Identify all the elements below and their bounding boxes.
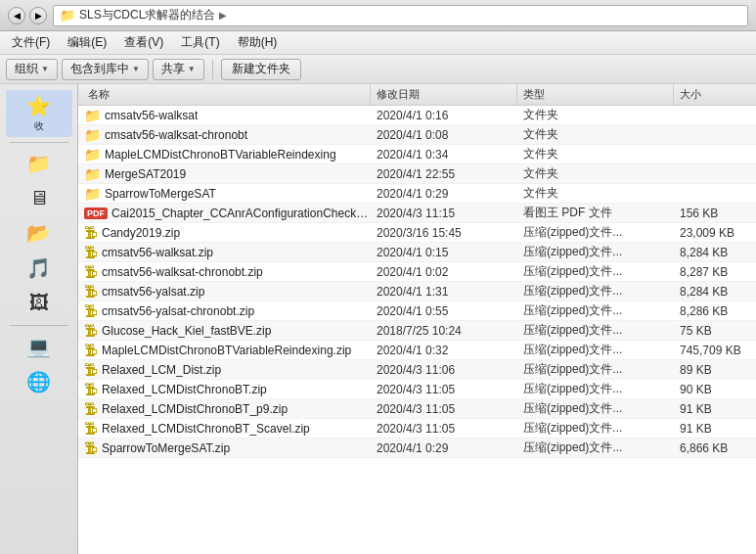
new-folder-button[interactable]: 新建文件夹: [221, 59, 301, 80]
file-date: 2020/4/1 0:02: [371, 265, 517, 279]
include-arrow: ▼: [132, 65, 140, 73]
include-library-button[interactable]: 包含到库中 ▼: [62, 59, 149, 80]
table-row[interactable]: 📁 MergeSAT2019 2020/4/1 22:55 文件夹: [78, 164, 756, 184]
file-name-cell: PDF Cai2015_Chapter_CCAnrAConfigurationC…: [82, 207, 371, 220]
file-name: Glucose_Hack_Kiel_fastBVE.zip: [102, 324, 271, 338]
table-row[interactable]: 📁 cmsatv56-walksat-chronobt 2020/4/1 0:0…: [78, 125, 756, 145]
table-row[interactable]: 🗜 cmsatv56-yalsat-chronobt.zip 2020/4/1 …: [78, 301, 756, 321]
file-name: cmsatv56-walksat.zip: [102, 246, 213, 259]
table-row[interactable]: 🗜 Relaxed_LCMDistChronoBT_p9.zip 2020/4/…: [78, 399, 756, 419]
file-type: 文件夹: [517, 185, 674, 202]
table-row[interactable]: 📁 SparrowToMergeSAT 2020/4/1 0:29 文件夹: [78, 184, 756, 204]
sidebar-item-docs[interactable]: 📂: [6, 217, 72, 251]
col-type[interactable]: 类型: [517, 84, 674, 105]
sidebar-item-favorites[interactable]: ⭐ 收: [6, 90, 72, 137]
include-label: 包含到库中: [70, 61, 129, 77]
file-type: 看图王 PDF 文件: [517, 205, 674, 221]
menu-tools[interactable]: 工具(T): [173, 32, 227, 53]
file-date: 2020/4/1 0:08: [371, 128, 517, 142]
table-row[interactable]: 📁 cmsatv56-walksat 2020/4/1 0:16 文件夹: [78, 106, 756, 125]
sidebar-item-pictures[interactable]: 🖼: [6, 288, 72, 320]
docs-icon: 📂: [26, 221, 51, 245]
file-date: 2020/4/1 0:29: [371, 187, 517, 201]
col-date[interactable]: 修改日期: [371, 84, 517, 105]
table-row[interactable]: 📁 MapleLCMDistChronoBTVariableReindexing…: [78, 145, 756, 164]
file-size: 91 KB: [674, 402, 752, 416]
zip-icon: 🗜: [84, 401, 98, 417]
organize-button[interactable]: 组织 ▼: [6, 59, 58, 80]
table-row[interactable]: 🗜 Glucose_Hack_Kiel_fastBVE.zip 2018/7/2…: [78, 321, 756, 341]
window-controls: ◀ ▶: [8, 7, 47, 24]
file-type: 压缩(zipped)文件...: [517, 420, 674, 437]
sidebar-divider-1: [10, 142, 68, 143]
file-name: MapleLCMDistChronoBTVariableReindexing: [105, 148, 336, 162]
table-row[interactable]: 🗜 Relaxed_LCMDistChronoBT.zip 2020/4/3 1…: [78, 380, 756, 399]
back-button[interactable]: ◀: [8, 7, 25, 24]
col-name[interactable]: 名称: [82, 84, 371, 105]
path-arrow: ▶: [219, 10, 227, 21]
file-name: Relaxed_LCM_Dist.zip: [102, 363, 221, 377]
file-name: cmsatv56-walksat: [105, 109, 198, 122]
menu-help[interactable]: 帮助(H): [230, 32, 286, 53]
file-name-cell: 🗜 Relaxed_LCMDistChronoBT_p9.zip: [82, 401, 371, 417]
sidebar-item-computer[interactable]: 💻: [6, 331, 72, 364]
file-name-cell: 📁 cmsatv56-walksat: [82, 108, 371, 123]
path-text: SLS与CDCL求解器的结合: [79, 7, 215, 23]
table-row[interactable]: 🗜 cmsatv56-walksat-chronobt.zip 2020/4/1…: [78, 262, 756, 282]
file-area[interactable]: 名称 修改日期 类型 大小 📁 cmsatv56-walksat 2020/4/…: [78, 84, 756, 554]
file-date: 2020/4/1 0:32: [371, 344, 517, 357]
sidebar-item-music[interactable]: 🎵: [6, 253, 72, 286]
file-size: 745,709 KB: [674, 344, 752, 357]
share-button[interactable]: 共享 ▼: [153, 59, 204, 80]
file-type: 压缩(zipped)文件...: [517, 342, 674, 358]
file-name-cell: 🗜 cmsatv56-walksat-chronobt.zip: [82, 264, 371, 280]
table-row[interactable]: 🗜 MapleLCMDistChronoBTVariableReindexing…: [78, 341, 756, 360]
title-bar: ◀ ▶ 📁 SLS与CDCL求解器的结合 ▶: [0, 0, 756, 31]
folder-icon: 📁: [84, 108, 101, 123]
file-type: 压缩(zipped)文件...: [517, 302, 674, 319]
sidebar-item-network[interactable]: 🌐: [6, 366, 72, 399]
table-row[interactable]: 🗜 SparrowToMergeSAT.zip 2020/4/1 0:29 压缩…: [78, 439, 756, 458]
menu-edit[interactable]: 编辑(E): [60, 32, 114, 53]
file-name-cell: 📁 MapleLCMDistChronoBTVariableReindexing: [82, 147, 371, 162]
desktop-icon: 🖥: [29, 187, 49, 209]
file-size: 8,287 KB: [674, 265, 752, 279]
table-row[interactable]: 🗜 Candy2019.zip 2020/3/16 15:45 压缩(zippe…: [78, 223, 756, 243]
menu-file[interactable]: 文件(F): [4, 32, 58, 53]
file-name: Relaxed_LCMDistChronoBT.zip: [102, 383, 267, 396]
col-size[interactable]: 大小: [674, 84, 752, 105]
file-name: Relaxed_LCMDistChronoBT_p9.zip: [102, 402, 288, 416]
file-date: 2020/4/1 0:29: [371, 441, 517, 455]
file-name-cell: 🗜 cmsatv56-yalsat-chronobt.zip: [82, 303, 371, 319]
file-size: 156 KB: [674, 207, 752, 220]
file-size: 6,866 KB: [674, 441, 752, 455]
address-bar[interactable]: 📁 SLS与CDCL求解器的结合 ▶: [53, 5, 748, 26]
sidebar-item-folder1[interactable]: 📁: [6, 148, 72, 181]
forward-button[interactable]: ▶: [29, 7, 47, 24]
file-name-cell: 🗜 SparrowToMergeSAT.zip: [82, 440, 371, 456]
folder-icon: 📁: [84, 186, 101, 202]
file-name-cell: 🗜 Relaxed_LCM_Dist.zip: [82, 362, 371, 378]
toolbar-separator: [212, 60, 213, 79]
file-name: MapleLCMDistChronoBTVariableReindexing.z…: [102, 344, 351, 357]
table-row[interactable]: PDF Cai2015_Chapter_CCAnrAConfigurationC…: [78, 204, 756, 223]
file-type: 压缩(zipped)文件...: [517, 439, 674, 456]
zip-icon: 🗜: [84, 343, 98, 358]
file-name-cell: 🗜 Candy2019.zip: [82, 225, 371, 241]
folder-icon: 📁: [60, 8, 75, 23]
file-type: 压缩(zipped)文件...: [517, 224, 674, 241]
file-date: 2020/4/3 11:05: [371, 383, 517, 396]
menu-view[interactable]: 查看(V): [116, 32, 171, 53]
file-date: 2020/4/1 0:55: [371, 304, 517, 318]
table-row[interactable]: 🗜 Relaxed_LCM_Dist.zip 2020/4/3 11:06 压缩…: [78, 360, 756, 380]
table-row[interactable]: 🗜 Relaxed_LCMDistChronoBT_Scavel.zip 202…: [78, 419, 756, 439]
table-row[interactable]: 🗜 cmsatv56-walksat.zip 2020/4/1 0:15 压缩(…: [78, 243, 756, 262]
file-size: 91 KB: [674, 422, 752, 436]
file-date: 2020/4/3 11:06: [371, 363, 517, 377]
file-name-cell: 🗜 Relaxed_LCMDistChronoBT.zip: [82, 382, 371, 397]
table-row[interactable]: 🗜 cmsatv56-yalsat.zip 2020/4/1 1:31 压缩(z…: [78, 282, 756, 301]
pdf-icon: PDF: [84, 208, 108, 219]
sidebar-item-desktop[interactable]: 🖥: [6, 183, 72, 215]
file-name: Relaxed_LCMDistChronoBT_Scavel.zip: [102, 422, 310, 436]
file-name: cmsatv56-walksat-chronobt.zip: [102, 265, 263, 279]
